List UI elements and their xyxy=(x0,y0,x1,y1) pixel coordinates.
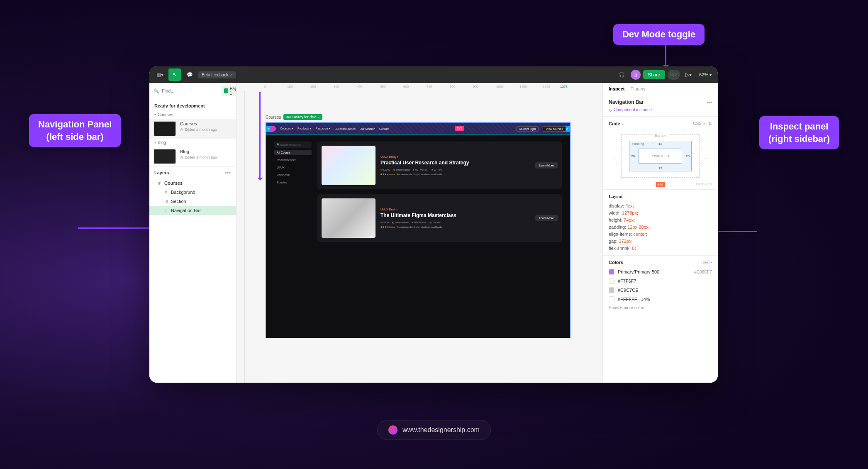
annotation-inspect-panel: Inspect panel (right sidebar) xyxy=(759,116,839,149)
color-swatch xyxy=(609,287,614,293)
nav-link[interactable]: Success Stories xyxy=(335,127,356,130)
search-input[interactable] xyxy=(162,88,219,93)
nav-link[interactable]: Courses ▾ xyxy=(280,127,293,130)
colors-header: Colors xyxy=(609,260,623,265)
course-image xyxy=(322,146,375,185)
annotation-dev-mode: Dev Mode toggle xyxy=(613,24,705,45)
nav-link[interactable]: Products ▾ xyxy=(297,127,312,130)
group-blog[interactable]: Blog xyxy=(149,139,236,147)
course-rating: 4.9 ★★★★★Recommended by [n] students wor… xyxy=(380,225,530,228)
avatar[interactable]: ◑ xyxy=(631,70,641,80)
filter-all[interactable]: All Course xyxy=(274,150,312,155)
course-title: Practical User Research and Strategy xyxy=(380,160,530,166)
nav-link[interactable]: Our Mission xyxy=(360,127,375,130)
clock-icon: ◷ xyxy=(180,155,183,159)
course-meta: ⊘ $1000◐ Intermediate▸ 90+ videos◔ 10+ h… xyxy=(380,168,530,171)
code-language-select[interactable]: CSS xyxy=(693,121,705,126)
annotation-text: (right sidebar) xyxy=(768,134,830,144)
component-instance-link[interactable]: Component instance xyxy=(609,107,712,112)
zoom-dropdown[interactable]: 62% ▾ xyxy=(697,72,714,78)
filter-certificate[interactable]: Certificate xyxy=(274,172,312,178)
page-name: Courses xyxy=(180,121,217,126)
course-card[interactable]: UI/UX Design Practical User Research and… xyxy=(317,142,562,189)
annotation-nav-panel: Navigation Panel (left side bar) xyxy=(29,114,121,147)
tab-inspect[interactable]: Inspect xyxy=(609,86,625,91)
code-section-label: Code ▾ xyxy=(609,121,623,126)
toolbar: ▦▾ ↖ 💬 Beta feedback ↗ 🎧 ◑ Share </> ▷▾ … xyxy=(149,66,718,83)
clock-icon: ◷ xyxy=(180,127,183,132)
color-row[interactable]: #F7F6F7 xyxy=(609,276,712,286)
move-tool-icon[interactable]: ↖ xyxy=(168,68,181,81)
code-settings-icon[interactable]: ⇅ xyxy=(708,121,712,126)
page-edited-time: ◷Edited a month ago xyxy=(180,127,217,132)
filter-bundles[interactable]: Bundles xyxy=(274,180,312,185)
page-item-courses[interactable]: Courses ◷Edited a month ago xyxy=(149,119,236,139)
course-meta: ⊘ $300◐ Intermediate▸ 90+ videos◔ 10+ hr… xyxy=(380,221,530,224)
component-instance-icon: ◇ xyxy=(163,208,168,213)
content-dimensions: 1238 × 50 xyxy=(639,149,682,164)
padding-right: 20 xyxy=(686,154,690,158)
color-mode-select[interactable]: Hex xyxy=(701,260,712,265)
page-icon xyxy=(224,88,228,93)
layers-header: Layers ••• xyxy=(149,166,236,178)
site-navbar: Courses ▾ Products ▾ Resource ▾ Success … xyxy=(270,125,566,133)
learn-more-button[interactable]: Learn More xyxy=(535,162,558,169)
frame-icon: ⿻ xyxy=(163,199,168,204)
nav-link[interactable]: Contact xyxy=(379,127,389,130)
page-edited-time: ◷Edited a month ago xyxy=(180,155,217,159)
annotation-text: Inspect panel xyxy=(770,121,829,132)
show-more-colors[interactable]: Show 6 more colors xyxy=(609,304,712,310)
page-selector[interactable]: Page 1 xyxy=(222,85,237,96)
padding-left: 20 xyxy=(631,154,635,158)
tab-plugins[interactable]: Plugins xyxy=(631,86,646,91)
app-window: ▦▾ ↖ 💬 Beta feedback ↗ 🎧 ◑ Share </> ▷▾ … xyxy=(149,66,718,383)
dev-mode-toggle[interactable]: </> xyxy=(668,70,680,80)
selected-element-name: Navigation Bar xyxy=(609,99,644,105)
beta-feedback-button[interactable]: Beta feedback ↗ xyxy=(198,71,236,78)
comment-tool-icon[interactable]: 💬 xyxy=(183,68,196,81)
share-button[interactable]: Share xyxy=(643,70,665,79)
source-badge: www.thedesignership.com xyxy=(377,420,491,440)
ready-for-dev-chip[interactable]: </> Ready for dev ··· xyxy=(283,114,322,120)
layer-navigation-bar[interactable]: ◇Navigation Bar xyxy=(149,206,236,215)
prototype-play-icon[interactable]: ▷▾ xyxy=(683,68,695,81)
color-swatch xyxy=(609,278,614,284)
layout-header: Layout xyxy=(609,193,712,200)
layer-section[interactable]: ⿻Section xyxy=(149,197,236,206)
layer-background[interactable]: #Backgorund xyxy=(149,188,236,197)
layers-menu-icon[interactable]: ••• xyxy=(225,170,231,175)
student-login-button[interactable]: Student login xyxy=(516,126,539,132)
filter-uiux[interactable]: UI/UX xyxy=(274,165,312,170)
box-model-diagram: --- Border Padding 12 12 20 20 1238 × 50… xyxy=(609,131,712,185)
course-search[interactable]: 🔍 Search for courses xyxy=(274,142,312,148)
padding-label: Padding xyxy=(632,142,644,146)
learn-more-button[interactable]: Learn More xyxy=(535,215,558,221)
headphones-icon[interactable]: 🎧 xyxy=(616,68,628,81)
annotation-text: (left side bar) xyxy=(46,132,104,142)
box-sizing-label: border-box xyxy=(696,182,712,186)
layer-courses-frame[interactable]: #Courses xyxy=(149,178,236,188)
frame-label[interactable]: Courses </> Ready for dev ··· xyxy=(266,114,322,120)
group-courses[interactable]: Courses xyxy=(149,111,236,119)
page-item-blog[interactable]: Blog ◷Edited a month ago xyxy=(149,147,236,166)
course-card[interactable]: UI/UX Design The Ultimate Figma Mastercl… xyxy=(317,194,562,242)
frame-icon: # xyxy=(163,190,168,195)
color-row[interactable]: #C9C7CE xyxy=(609,286,712,295)
group-label-text: Courses xyxy=(158,112,173,117)
canvas[interactable]: 0 100 200 300 400 500 600 700 800 900 10… xyxy=(237,83,602,383)
color-swatch xyxy=(609,296,614,302)
figma-menu-icon[interactable]: ▦▾ xyxy=(154,68,166,81)
annotation-arrow-devmode xyxy=(665,44,666,66)
color-row[interactable]: Primary/Primary 500#C06CF7 xyxy=(609,267,712,276)
layout-css[interactable]: Layout display: flex; width: 1278px; hei… xyxy=(603,190,718,256)
course-image xyxy=(322,198,375,238)
color-row[interactable]: #FFFFFF · 14% xyxy=(609,295,712,304)
artboard-courses[interactable]: 20 20 372 Courses ▾ Products ▾ Resource … xyxy=(266,122,571,338)
element-menu-icon[interactable]: ••• xyxy=(707,100,712,105)
view-courses-button[interactable]: View courses xyxy=(543,126,566,132)
vertical-guide-arrow xyxy=(259,92,261,179)
nav-link[interactable]: Resource ▾ xyxy=(316,127,331,130)
ruler-horizontal: 0 100 200 300 400 500 600 700 800 900 10… xyxy=(237,83,602,91)
filter-recommended[interactable]: Recommended xyxy=(274,157,312,163)
padding-top: 12 xyxy=(658,142,662,146)
